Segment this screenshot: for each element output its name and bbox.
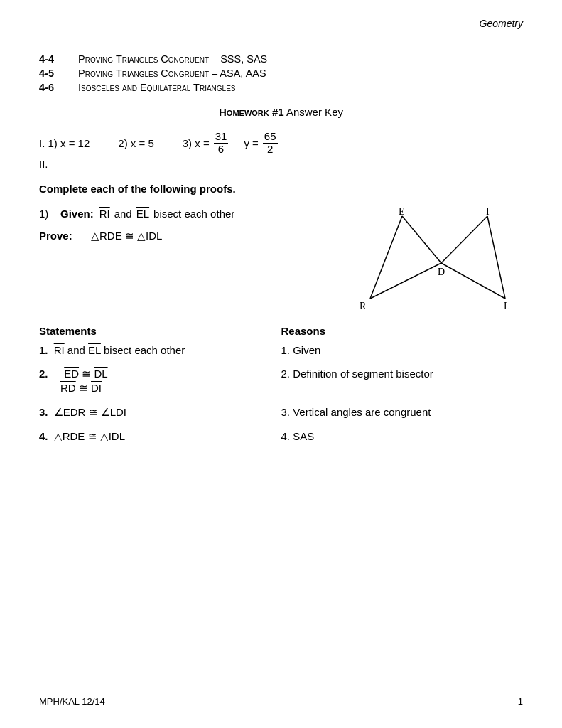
section-list: 4-4 Proving Triangles Congruent – SSS, S… bbox=[39, 53, 523, 93]
svg-line-3 bbox=[487, 216, 505, 299]
rsn-3: 3. Vertical angles are congruent bbox=[281, 406, 524, 418]
proof-table: Statements Reasons 1. RI and EL bisect e… bbox=[39, 325, 523, 443]
subject-label: Geometry bbox=[480, 18, 523, 29]
answer-i3-y: y = bbox=[244, 137, 258, 149]
row-num-1: 1. bbox=[39, 344, 48, 356]
footer: MPH/KAL 12/14 1 bbox=[39, 696, 523, 707]
proof-table-header: Statements Reasons bbox=[39, 325, 523, 337]
section-num-44: 4-4 bbox=[39, 53, 78, 65]
given-row: 1) Given: RI and EL bisect each other bbox=[39, 208, 338, 220]
row-num-3: 3. bbox=[39, 406, 48, 418]
row-num-4: 4. bbox=[39, 430, 48, 442]
fraction-1: 31 6 bbox=[214, 131, 229, 155]
section-row-44: 4-4 Proving Triangles Congruent – SSS, S… bbox=[39, 53, 523, 65]
diagram-label-r: R bbox=[360, 301, 367, 311]
frac1-denominator: 6 bbox=[217, 144, 225, 156]
diagram-label-e: E bbox=[399, 206, 405, 217]
prove-label: Prove: bbox=[39, 230, 85, 242]
given-ri: RI bbox=[99, 208, 110, 220]
stmt2-line2: RD ≅ DI bbox=[60, 382, 281, 395]
section-title-44: Proving Triangles Congruent – SSS, SAS bbox=[78, 53, 267, 65]
section-num-45: 4-5 bbox=[39, 68, 78, 79]
stmt2-di: DI bbox=[91, 382, 102, 394]
section-row-45: 4-5 Proving Triangles Congruent – ASA, A… bbox=[39, 68, 523, 79]
proof-row-2: 2. ED ≅ DL RD ≅ DI 2. Definition of segm… bbox=[39, 368, 523, 395]
stmt-4: 4. △RDE ≅ △IDL bbox=[39, 430, 281, 443]
svg-line-1 bbox=[402, 216, 441, 263]
given-text: bisect each other bbox=[153, 208, 234, 220]
instructions: Complete each of the following proofs. bbox=[39, 183, 523, 195]
homework-title: Homework #1 bbox=[219, 106, 284, 118]
homework-subtitle-text: Answer Key bbox=[286, 106, 343, 118]
stmt2-line1: 2. ED ≅ DL bbox=[39, 368, 281, 380]
stmt2-cong2: ≅ bbox=[79, 382, 91, 394]
prove-text: △RDE ≅ △IDL bbox=[91, 230, 162, 242]
rsn-4: 4. SAS bbox=[281, 430, 524, 442]
homework-header: Homework #1 Answer Key bbox=[39, 106, 523, 118]
stmt2-cong1: ≅ bbox=[82, 368, 94, 380]
stmt1-and: and bbox=[67, 344, 88, 356]
section-ii: II. bbox=[39, 158, 523, 170]
footer-right: 1 bbox=[518, 696, 523, 707]
diagram-label-d: D bbox=[438, 267, 445, 277]
frac2-numerator: 65 bbox=[263, 131, 278, 144]
proof-section-1: 1) Given: RI and EL bisect each other Pr… bbox=[39, 208, 523, 318]
stmt1-ri: RI bbox=[54, 344, 65, 356]
row-num-2: 2. bbox=[39, 368, 48, 380]
stmt2-rd: RD bbox=[60, 382, 76, 394]
stmt1-el: EL bbox=[88, 344, 101, 356]
section-row-46: 4-6 Isosceles and Equilateral Triangles bbox=[39, 82, 523, 93]
proof-row-3: 3. ∠EDR ≅ ∠LDI 3. Vertical angles are co… bbox=[39, 406, 523, 419]
section-title-45: Proving Triangles Congruent – ASA, AAS bbox=[78, 68, 266, 79]
stmt3-text: ∠EDR ≅ ∠LDI bbox=[54, 406, 126, 418]
statements-header: Statements bbox=[39, 325, 281, 337]
svg-line-4 bbox=[441, 216, 487, 263]
stmt2-dl: DL bbox=[94, 368, 107, 380]
diagram-label-i: I bbox=[486, 206, 490, 217]
answers-row-i: I. 1) x = 12 2) x = 5 3) x = 31 6 y = 65… bbox=[39, 131, 523, 155]
problem-num: 1) bbox=[39, 208, 60, 220]
answer-i3-prefix: 3) x = bbox=[183, 137, 210, 149]
section-num-46: 4-6 bbox=[39, 82, 78, 93]
rsn-1: 1. Given bbox=[281, 344, 524, 356]
stmt-3: 3. ∠EDR ≅ ∠LDI bbox=[39, 406, 281, 419]
rsn-2: 2. Definition of segment bisector bbox=[281, 368, 524, 380]
diagram-container: E I D R L bbox=[338, 208, 523, 318]
stmt-2: 2. ED ≅ DL RD ≅ DI bbox=[39, 368, 281, 395]
svg-line-2 bbox=[370, 263, 441, 299]
given-el: EL bbox=[136, 208, 149, 220]
diagram-label-l: L bbox=[504, 301, 510, 311]
stmt-1: 1. RI and EL bisect each other bbox=[39, 344, 281, 356]
svg-line-5 bbox=[441, 263, 505, 299]
reasons-header: Reasons bbox=[281, 325, 524, 337]
proof-row-4: 4. △RDE ≅ △IDL 4. SAS bbox=[39, 430, 523, 443]
footer-left: MPH/KAL 12/14 bbox=[39, 696, 105, 707]
proof-left: 1) Given: RI and EL bisect each other Pr… bbox=[39, 208, 338, 318]
stmt1-text: bisect each other bbox=[104, 344, 185, 356]
svg-line-0 bbox=[370, 216, 402, 299]
frac1-numerator: 31 bbox=[214, 131, 229, 144]
given-and: and bbox=[114, 208, 132, 220]
answer-i3: 3) x = 31 6 y = 65 2 bbox=[183, 131, 278, 155]
fraction-2: 65 2 bbox=[263, 131, 278, 155]
prove-row: Prove: △RDE ≅ △IDL bbox=[39, 230, 338, 242]
answer-i2: 2) x = 5 bbox=[118, 137, 153, 149]
answer-i1: I. 1) x = 12 bbox=[39, 137, 90, 149]
given-label: Given: bbox=[60, 208, 94, 220]
stmt2-ed: ED bbox=[64, 368, 79, 380]
geometry-diagram: E I D R L bbox=[349, 208, 512, 318]
stmt4-text: △RDE ≅ △IDL bbox=[54, 430, 125, 442]
frac2-denominator: 2 bbox=[266, 144, 274, 156]
section-title-46: Isosceles and Equilateral Triangles bbox=[78, 82, 235, 93]
proof-row-1: 1. RI and EL bisect each other 1. Given bbox=[39, 344, 523, 356]
stmt2-lines: 2. ED ≅ DL RD ≅ DI bbox=[39, 368, 281, 395]
